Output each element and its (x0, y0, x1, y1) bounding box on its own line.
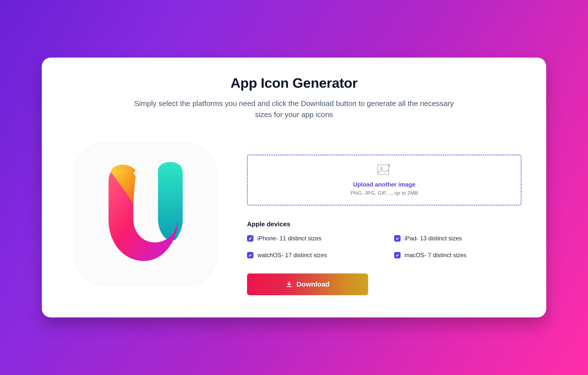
checkbox-checked-icon (247, 252, 253, 258)
app-logo-icon (101, 162, 190, 266)
option-label: iPhone- 11 distinct sizes (257, 235, 321, 242)
preview-column (67, 142, 217, 286)
content-row: Upload another image PNG, JPG, GIF, ... … (67, 142, 521, 295)
download-button[interactable]: Download (247, 273, 368, 295)
download-label: Download (296, 280, 330, 288)
option-ipad[interactable]: iPad- 13 distinct sizes (394, 235, 521, 242)
checkbox-checked-icon (394, 235, 401, 242)
option-label: macOS- 7 distinct sizes (405, 252, 467, 259)
options-section-title: Apple devices (247, 220, 521, 228)
checkbox-checked-icon (394, 252, 401, 258)
upload-dropzone[interactable]: Upload another image PNG, JPG, GIF, ... … (247, 155, 521, 206)
upload-label: Upload another image (253, 181, 516, 188)
platform-options: iPhone- 11 distinct sizes iPad- 13 disti… (247, 235, 521, 259)
option-label: watchOS- 17 distinct sizes (257, 252, 327, 259)
image-upload-icon (253, 163, 516, 177)
upload-hint: PNG, JPG, GIF, ... up to 2MB (253, 190, 516, 196)
download-icon (286, 281, 293, 288)
svg-rect-0 (378, 165, 389, 175)
checkbox-checked-icon (247, 235, 253, 242)
controls-column: Upload another image PNG, JPG, GIF, ... … (247, 142, 521, 295)
header: App Icon Generator Simply select the pla… (67, 75, 521, 120)
option-label: iPad- 13 distinct sizes (405, 235, 462, 242)
page-title: App Icon Generator (67, 75, 521, 91)
svg-point-1 (380, 167, 382, 169)
page-subtitle: Simply select the platforms you need and… (133, 98, 455, 120)
option-macos[interactable]: macOS- 7 distinct sizes (394, 252, 521, 259)
option-watchos[interactable]: watchOS- 17 distinct sizes (247, 252, 374, 259)
icon-preview (74, 142, 217, 286)
option-iphone[interactable]: iPhone- 11 distinct sizes (247, 235, 374, 242)
generator-card: App Icon Generator Simply select the pla… (42, 58, 546, 317)
